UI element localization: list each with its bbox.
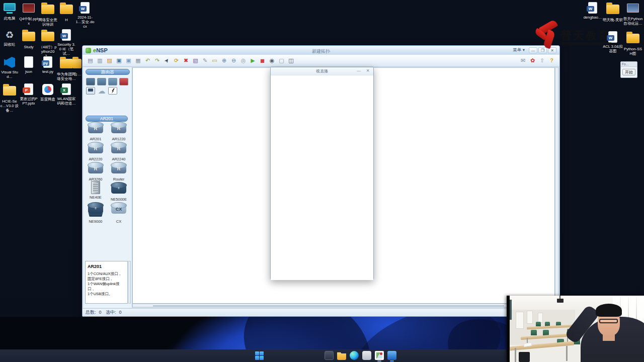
mini-window-title: Fo… <box>621 62 637 67</box>
file-icon <box>22 56 35 68</box>
new-topology-icon[interactable] <box>86 56 95 65</box>
save-as-icon[interactable] <box>124 56 133 65</box>
device-ar2220[interactable]: R AR2220 <box>85 142 107 161</box>
device-ar2240[interactable]: R AR2240 <box>108 142 130 161</box>
delete-icon[interactable] <box>181 56 191 65</box>
stacked-router-icon: ≡ <box>88 205 103 214</box>
desktop-icon-vscode[interactable]: Visual Stud… <box>0 56 19 79</box>
start-button[interactable] <box>255 351 264 360</box>
word-doc-icon: W <box>586 2 599 14</box>
desktop-icon-folder[interactable]: （48行）python202… <box>38 29 57 58</box>
huawei-icon[interactable] <box>528 56 537 65</box>
desktop-icon-folder[interactable]: H <box>57 2 76 22</box>
desktop-icon-folder[interactable]: 网络安全意识培训 <box>38 2 57 27</box>
desktop-icon-folder[interactable]: HCIE-Sec…V3.0 设备… <box>0 83 19 113</box>
desktop-icon-word[interactable]: W dengbao… <box>583 2 603 20</box>
edge-browser-icon[interactable] <box>350 351 359 360</box>
ensp-doc-title: 新建拓扑 <box>83 48 559 55</box>
desktop-icon-excel[interactable]: X WLAN国家码和信道… <box>57 83 76 106</box>
other-device-category-icon[interactable]: ☁ <box>97 87 106 95</box>
new-exam-icon[interactable] <box>95 56 105 65</box>
desktop-icon-word[interactable]: W Security 3.0 IE（笔试… <box>57 29 76 56</box>
save-icon[interactable] <box>114 56 124 65</box>
canvas-vertical-scrollbar[interactable] <box>555 67 559 304</box>
blank-canvas-icon[interactable] <box>277 56 286 65</box>
desktop-icon-json[interactable]: json <box>19 56 38 74</box>
update-icon[interactable] <box>537 56 547 65</box>
stop-devices-icon[interactable] <box>258 56 267 65</box>
dialog-close-button[interactable]: ✕ <box>364 68 371 74</box>
device-cx[interactable]: CX CX <box>108 202 130 224</box>
device-ar201[interactable]: R AR201 <box>85 122 107 141</box>
chassis-icon <box>91 181 100 194</box>
text-box-icon[interactable] <box>210 56 219 65</box>
canvas-snapshot-icon[interactable] <box>286 56 296 65</box>
desktop-icon-python-file[interactable]: py test.py <box>38 56 57 74</box>
desktop-icon-folder[interactable]: Python-SSH图 <box>623 31 643 56</box>
desktop-icon-image[interactable]: 普天Python自动化运… <box>623 2 643 26</box>
router-icon: R <box>88 125 103 133</box>
app-icon-gray[interactable] <box>362 351 371 360</box>
switch-category-icon[interactable] <box>97 78 106 85</box>
router-icon: R <box>111 125 126 133</box>
desktop-icon-folder-partial[interactable]: 台… <box>72 56 83 76</box>
dialog-minimize-button[interactable]: — <box>355 68 362 74</box>
device-ar3260[interactable]: R AR3260 <box>85 162 107 182</box>
ppt-doc-icon: P <box>22 83 35 96</box>
zoom-in-icon[interactable] <box>219 56 229 65</box>
device-ne9000[interactable]: ≡ NE9000 <box>85 202 107 224</box>
device-ar1220[interactable]: R AR1220 <box>108 122 130 141</box>
desktop-icon-word[interactable]: W 2024-11-1…安全.docx <box>75 2 95 29</box>
desktop-icon-ppt[interactable]: P 更改过的PPT.pptx <box>19 83 38 106</box>
description-scrollbar[interactable] <box>128 261 131 304</box>
device-router[interactable]: R Router <box>108 162 130 182</box>
firewall-category-icon[interactable] <box>119 78 128 85</box>
desktop-icon-baidu-netdisk[interactable]: 百度网盘 <box>38 83 57 102</box>
screenshot-tool-icon[interactable] <box>375 351 384 360</box>
help-icon[interactable] <box>547 56 556 65</box>
desktop-icon-pptx[interactable]: Q4中制.pptx <box>19 2 38 26</box>
selected-label: 选中: <box>106 310 116 315</box>
folder-icon <box>41 5 54 17</box>
ensp-titlebar[interactable]: eNSP 新建拓扑 菜单 ▾ — ❐ ✕ <box>83 46 559 55</box>
zoom-reset-icon[interactable] <box>238 56 248 65</box>
palette-icon[interactable] <box>191 56 200 65</box>
annotation-icon[interactable] <box>200 56 210 65</box>
wlan-category-icon[interactable] <box>108 78 117 85</box>
baidu-netdisk-icon <box>41 84 54 96</box>
device-connection-category-icon[interactable] <box>108 87 117 95</box>
select-icon[interactable] <box>160 54 173 67</box>
mini-recorder-window[interactable]: Fo… 开始 <box>620 61 637 78</box>
zoom-out-icon[interactable] <box>229 56 238 65</box>
redo-icon[interactable] <box>152 56 162 65</box>
packet-capture-icon[interactable] <box>267 56 277 65</box>
projector <box>557 299 564 303</box>
desktop: 此电脑 Q4中制.pptx 网络安全意识培训 H W 2024-11-1…安全.… <box>0 0 644 362</box>
file-explorer-icon[interactable] <box>337 351 346 360</box>
desktop-icon-folder[interactable]: 明天晚-灵软 <box>603 2 623 22</box>
desktop-icon-folder[interactable]: Study <box>19 29 38 49</box>
undo-icon[interactable] <box>143 56 152 65</box>
open-icon[interactable] <box>105 56 114 65</box>
dialog-body <box>271 75 373 280</box>
task-view-icon[interactable] <box>325 351 334 360</box>
ensp-status-bar: 总数:0 选中:0 <box>83 308 559 316</box>
start-button[interactable]: 开始 <box>622 69 635 75</box>
start-devices-icon[interactable] <box>248 56 258 65</box>
desktop-icon-this-pc[interactable]: 此电脑 <box>0 2 19 21</box>
desktop-icon-recycle-bin[interactable]: ♻ 回收站 <box>0 29 19 47</box>
dialog-titlebar[interactable]: 视直播 — ✕ <box>271 67 373 75</box>
rotate-icon[interactable] <box>172 56 181 65</box>
device-ne40e[interactable]: NE40E <box>85 181 107 200</box>
canvas-horizontal-scrollbar[interactable] <box>132 304 555 308</box>
app-icon-blue[interactable] <box>387 351 396 360</box>
menu-button[interactable]: 菜单 ▾ <box>513 47 525 53</box>
device-ne5000e[interactable]: ≡ NE5000E <box>108 182 130 202</box>
cx-router-icon: CX <box>111 205 126 214</box>
forum-icon[interactable] <box>518 56 528 65</box>
terminal-category-icon[interactable] <box>86 87 95 95</box>
router-category-icon[interactable] <box>86 78 95 85</box>
ppt-thumbnail-icon <box>22 4 35 16</box>
print-icon[interactable] <box>133 56 143 65</box>
router-icon: R <box>88 145 103 153</box>
